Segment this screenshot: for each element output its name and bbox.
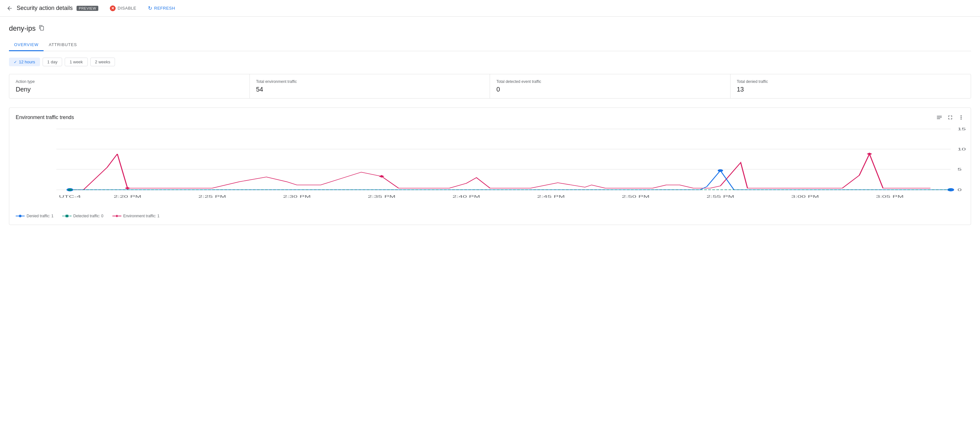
main-content: deny-ips OVERVIEW ATTRIBUTES ✓ 12 hours … [0,17,980,233]
disable-icon: ✕ [110,5,116,11]
time-filter-1d[interactable]: 1 day [43,57,62,66]
chart-container: 15 10 5 0 UTC-4 2:20 PM 2:25 PM 2:30 PM … [16,126,964,210]
header-actions: ✕ DISABLE ↻ REFRESH [107,4,178,13]
stat-denied-value: 13 [737,86,965,93]
legend-denied-label: Denied traffic: 1 [27,214,54,218]
svg-text:15: 15 [958,127,966,131]
page-header: Security action details PREVIEW ✕ DISABL… [0,0,980,17]
chart-legend: Denied traffic: 1 Detected traffic: 0 En… [16,214,964,218]
svg-text:0: 0 [958,188,962,192]
resource-name-row: deny-ips [9,24,971,33]
copy-icon[interactable] [39,25,45,32]
stat-detected-traffic: Total detected event traffic 0 [490,74,730,98]
chart-title: Environment traffic trends [16,114,74,120]
resource-name: deny-ips [9,24,35,33]
stat-action-type-value: Deny [16,86,243,93]
stat-action-type: Action type Deny [9,74,250,98]
svg-text:2:55 PM: 2:55 PM [706,195,734,199]
stat-denied-label: Total denied traffic [737,79,965,84]
legend-detected-label: Detected traffic: 0 [73,214,103,218]
legend-denied: Denied traffic: 1 [16,214,54,218]
back-button[interactable] [6,5,13,11]
svg-text:UTC-4: UTC-4 [59,195,81,199]
svg-rect-25 [68,189,72,191]
svg-text:2:20 PM: 2:20 PM [114,195,142,199]
chart-header: Environment traffic trends [16,114,964,121]
refresh-button[interactable]: ↻ REFRESH [145,4,178,13]
page-title: Security action details [17,5,73,11]
stat-env-traffic-label: Total environment traffic [256,79,484,84]
svg-text:2:45 PM: 2:45 PM [537,195,565,199]
svg-point-23 [718,169,723,172]
svg-text:2:35 PM: 2:35 PM [368,195,396,199]
stat-detected-value: 0 [496,86,724,93]
svg-marker-21 [867,152,872,155]
svg-point-27 [19,215,21,217]
svg-text:10: 10 [958,147,966,151]
svg-text:3:00 PM: 3:00 PM [791,195,819,199]
traffic-chart: 15 10 5 0 UTC-4 2:20 PM 2:25 PM 2:30 PM … [16,126,964,209]
svg-text:2:30 PM: 2:30 PM [283,195,311,199]
stat-env-traffic-value: 54 [256,86,484,93]
legend-detected-icon [62,214,72,218]
svg-marker-19 [125,187,130,189]
svg-text:2:50 PM: 2:50 PM [622,195,650,199]
time-filter-2w[interactable]: 2 weeks [90,57,115,66]
time-filter-group: ✓ 12 hours 1 day 1 week 2 weeks [9,57,971,66]
svg-text:2:40 PM: 2:40 PM [453,195,480,199]
time-filter-12h[interactable]: ✓ 12 hours [9,57,40,66]
disable-button[interactable]: ✕ DISABLE [107,4,139,13]
chart-section: Environment traffic trends [9,108,971,225]
legend-detected: Detected traffic: 0 [62,214,103,218]
refresh-icon: ↻ [148,5,153,11]
svg-text:5: 5 [958,167,962,171]
legend-denied-icon [16,214,25,218]
legend-env-icon [112,214,121,218]
tab-attributes[interactable]: ATTRIBUTES [43,39,82,51]
preview-badge: PREVIEW [76,6,98,11]
stat-env-traffic: Total environment traffic 54 [250,74,490,98]
stat-detected-label: Total detected event traffic [496,79,724,84]
svg-marker-20 [379,175,384,178]
tab-overview[interactable]: OVERVIEW [9,39,43,51]
time-filter-1w[interactable]: 1 week [65,57,88,66]
svg-rect-29 [66,215,68,217]
chart-more-button[interactable] [958,114,964,121]
svg-text:2:25 PM: 2:25 PM [198,195,226,199]
chart-fullscreen-button[interactable] [947,114,953,121]
svg-text:3:05 PM: 3:05 PM [876,195,904,199]
check-icon: ✓ [14,60,17,64]
chart-legend-toggle-button[interactable] [936,114,943,121]
tabs-container: OVERVIEW ATTRIBUTES [9,39,971,51]
legend-env: Environment traffic: 1 [112,214,159,218]
chart-actions [936,114,964,121]
stat-denied-traffic: Total denied traffic 13 [730,74,971,98]
stat-action-type-label: Action type [16,79,243,84]
stats-grid: Action type Deny Total environment traff… [9,74,971,98]
legend-env-label: Environment traffic: 1 [123,214,159,218]
svg-marker-31 [116,215,118,217]
